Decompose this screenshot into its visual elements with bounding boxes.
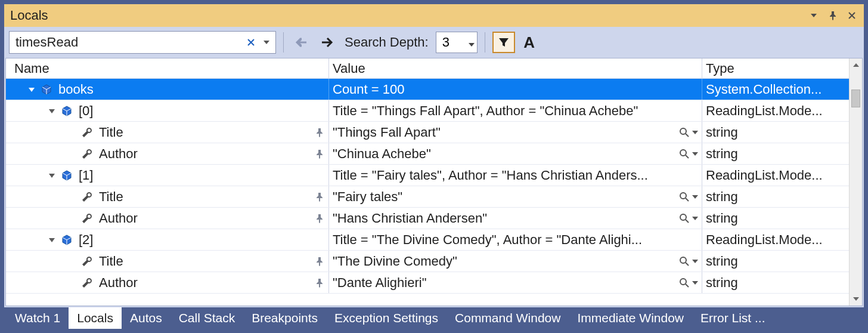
- visualizer-icon[interactable]: [679, 149, 698, 159]
- row-type: string: [706, 211, 738, 226]
- expander-icon[interactable]: [46, 106, 57, 116]
- object-icon: [39, 82, 54, 97]
- search-depth-select[interactable]: 3: [436, 32, 478, 53]
- pin-icon[interactable]: [313, 278, 326, 288]
- visualizer-icon[interactable]: [679, 278, 698, 288]
- tab-immediate-window[interactable]: Immediate Window: [569, 307, 692, 329]
- visualizer-icon[interactable]: [679, 192, 698, 202]
- column-header-type[interactable]: Type: [702, 58, 849, 78]
- scroll-up-icon[interactable]: [850, 58, 862, 72]
- row-name: Author: [99, 146, 138, 162]
- clear-search-icon[interactable]: [243, 33, 259, 51]
- table-row[interactable]: [0]Title = "Things Fall Apart", Author =…: [6, 100, 849, 122]
- row-value: Title = "The Divine Comedy", Author = "D…: [333, 232, 702, 248]
- table-row[interactable]: Author"Chinua Achebe"string: [6, 143, 849, 165]
- row-type: string: [706, 275, 738, 291]
- table-row[interactable]: Author"Hans Christian Andersen"string: [6, 208, 849, 229]
- search-dropdown-icon[interactable]: [259, 33, 274, 51]
- table-row[interactable]: Title"Things Fall Apart"string: [6, 122, 849, 143]
- table-row[interactable]: Author"Dante Alighieri"string: [6, 272, 849, 294]
- window-title: Locals: [10, 8, 803, 23]
- expander-icon[interactable]: [26, 84, 37, 95]
- table-row[interactable]: Title"Fairy tales"string: [6, 186, 849, 208]
- row-value: Title = "Fairy tales", Author = "Hans Ch…: [333, 168, 702, 183]
- locals-grid: Name Value Type booksCount = 100System.C…: [5, 58, 863, 306]
- row-value: "Fairy tales": [333, 189, 679, 205]
- tab-locals[interactable]: Locals: [69, 307, 122, 329]
- toolbar-separator: [283, 32, 284, 53]
- search-box[interactable]: [9, 31, 276, 54]
- row-value: "The Divine Comedy": [333, 254, 679, 269]
- vertical-scrollbar[interactable]: [849, 58, 862, 306]
- expander-icon: [67, 127, 78, 138]
- table-row[interactable]: Title"The Divine Comedy"string: [6, 251, 849, 272]
- pin-icon[interactable]: [313, 257, 326, 266]
- pin-icon[interactable]: [313, 192, 326, 202]
- expander-icon[interactable]: [46, 235, 57, 245]
- expander-icon: [67, 192, 78, 202]
- row-value: "Things Fall Apart": [333, 125, 679, 140]
- table-row[interactable]: [2]Title = "The Divine Comedy", Author =…: [6, 229, 849, 251]
- row-name: [0]: [79, 103, 93, 119]
- search-depth-label: Search Depth:: [345, 35, 429, 50]
- tab-command-window[interactable]: Command Window: [447, 307, 569, 329]
- bottom-tabs: Watch 1LocalsAutosCall StackBreakpointsE…: [4, 307, 864, 329]
- object-icon: [60, 168, 74, 183]
- row-type: System.Collection...: [706, 82, 822, 97]
- search-prev-button[interactable]: [291, 32, 312, 53]
- expander-icon: [67, 256, 78, 267]
- pin-icon[interactable]: [313, 128, 326, 137]
- search-input[interactable]: [14, 34, 243, 51]
- object-icon: [60, 104, 74, 118]
- row-name: Author: [99, 275, 138, 291]
- row-name: Title: [99, 254, 123, 269]
- svg-point-0: [680, 128, 686, 134]
- table-row[interactable]: booksCount = 100System.Collection...: [6, 79, 849, 100]
- tab-autos[interactable]: Autos: [122, 307, 170, 329]
- table-row[interactable]: [1]Title = "Fairy tales", Author = "Hans…: [6, 165, 849, 186]
- scrollbar-thumb[interactable]: [851, 90, 860, 107]
- svg-point-4: [680, 257, 686, 263]
- tab-error-list[interactable]: Error List ...: [692, 307, 774, 329]
- visualizer-icon[interactable]: [679, 127, 698, 138]
- row-name: Title: [99, 125, 123, 140]
- tab-watch-1[interactable]: Watch 1: [7, 307, 69, 329]
- row-type: string: [706, 146, 738, 162]
- toolbar-separator: [485, 32, 485, 53]
- row-type: string: [706, 254, 738, 269]
- column-header-name[interactable]: Name: [6, 58, 329, 78]
- pin-icon[interactable]: [313, 149, 326, 159]
- visualizer-icon[interactable]: [679, 256, 698, 267]
- text-format-button[interactable]: A: [519, 32, 540, 53]
- tab-exception-settings[interactable]: Exception Settings: [326, 307, 447, 329]
- search-next-button[interactable]: [316, 32, 337, 53]
- row-value: "Dante Alighieri": [333, 275, 679, 291]
- svg-point-1: [680, 150, 686, 156]
- property-icon: [80, 125, 94, 140]
- row-type: ReadingList.Mode...: [706, 232, 823, 248]
- row-name: Title: [99, 189, 123, 205]
- close-window-icon[interactable]: [844, 7, 860, 24]
- row-name: [2]: [79, 232, 93, 248]
- expander-icon: [67, 149, 78, 159]
- visualizer-icon[interactable]: [679, 213, 698, 224]
- property-icon: [80, 147, 94, 161]
- scroll-down-icon[interactable]: [850, 292, 862, 306]
- property-icon: [80, 254, 94, 269]
- tab-call-stack[interactable]: Call Stack: [170, 307, 244, 329]
- row-type: ReadingList.Mode...: [706, 168, 823, 183]
- column-header-value[interactable]: Value: [329, 58, 702, 78]
- svg-point-3: [680, 214, 686, 220]
- row-type: string: [706, 125, 738, 140]
- expander-icon[interactable]: [46, 170, 57, 181]
- pin-icon[interactable]: [313, 214, 326, 223]
- expander-icon: [67, 213, 78, 224]
- property-icon: [80, 211, 94, 226]
- row-name: books: [58, 82, 94, 97]
- filter-button[interactable]: [492, 32, 515, 53]
- property-icon: [80, 276, 94, 290]
- titlebar: Locals: [4, 4, 864, 27]
- window-dropdown-icon[interactable]: [805, 7, 822, 24]
- pin-window-icon[interactable]: [824, 7, 841, 24]
- tab-breakpoints[interactable]: Breakpoints: [243, 307, 326, 329]
